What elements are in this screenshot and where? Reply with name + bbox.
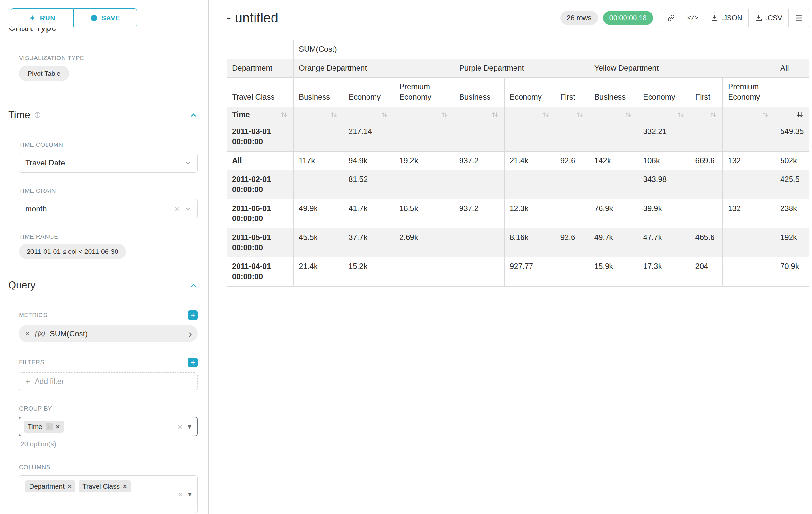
time-column-select[interactable]: Travel Date: [19, 153, 198, 172]
pivot-sort-cell: [293, 107, 343, 123]
columns-label: COLUMNS: [19, 464, 208, 471]
pivot-cell: 94.9k: [343, 151, 394, 170]
pivot-col-header: First: [690, 78, 723, 107]
run-button[interactable]: RUN: [10, 8, 74, 27]
pivot-sort-cell: [690, 107, 723, 123]
more-options-button[interactable]: [788, 9, 809, 27]
sort-icon[interactable]: [676, 110, 685, 119]
add-filter-button[interactable]: + Add filter: [19, 372, 198, 390]
pivot-data-row: 2011-03-01 00:00:00217.14332.21549.35: [227, 123, 809, 151]
sort-icon[interactable]: [329, 110, 338, 119]
sort-icon[interactable]: [280, 110, 288, 119]
sort-icon[interactable]: [542, 110, 550, 119]
time-range-pill[interactable]: 2011-01-01 ≤ col < 2011-06-30: [19, 244, 126, 259]
pivot-cell: [690, 199, 723, 228]
export-json-button[interactable]: .JSON: [704, 9, 749, 27]
selected-option-tag[interactable]: Department×: [25, 480, 76, 492]
remove-metric-icon[interactable]: ×: [25, 329, 30, 338]
group-by-select[interactable]: Timei× × ▾: [19, 417, 198, 436]
pivot-cell: [589, 170, 638, 199]
pivot-cell: 238k: [775, 199, 809, 228]
pivot-cell: 37.7k: [343, 228, 394, 257]
remove-tag-icon[interactable]: ×: [123, 483, 127, 490]
columns-select[interactable]: Department×Travel Class× × ▾: [19, 476, 198, 513]
pivot-col-header: Economy: [504, 78, 555, 107]
sort-icon[interactable]: [380, 110, 389, 119]
pivot-data-row: 2011-02-01 00:00:0081.52343.98425.5: [227, 170, 809, 199]
sort-icon[interactable]: [576, 110, 584, 119]
time-column-label: TIME COLUMN: [19, 141, 208, 148]
add-metric-button[interactable]: +: [188, 310, 198, 320]
pivot-cell: [723, 228, 775, 257]
pivot-table: SUM(Cost)DepartmentOrange DepartmentPurp…: [227, 40, 809, 287]
sort-icon[interactable]: [491, 110, 499, 119]
query-timer-badge: 00:00:00.18: [603, 11, 653, 25]
clear-icon[interactable]: ×: [175, 205, 179, 213]
pivot-department-header: Department: [227, 59, 294, 78]
pivot-cell: 106k: [638, 151, 690, 170]
clear-icon[interactable]: ×: [178, 490, 183, 498]
chart-type-section: Chart Type: [0, 28, 208, 36]
chevron-down-icon[interactable]: [184, 205, 192, 212]
save-button[interactable]: SAVE: [74, 8, 137, 27]
view-query-button[interactable]: </>: [681, 9, 704, 27]
export-csv-button[interactable]: .CSV: [749, 9, 789, 27]
metric-item[interactable]: × ƒ(x) SUM(Cost) ›: [19, 325, 198, 342]
metrics-label: METRICS: [19, 312, 47, 319]
pivot-cell: [723, 257, 775, 286]
pivot-corner-cell: [227, 40, 294, 59]
selected-option-tag[interactable]: Timei×: [24, 421, 63, 433]
caret-down-icon[interactable]: ▾: [188, 491, 192, 498]
viz-type-pill[interactable]: Pivot Table: [19, 66, 69, 81]
pivot-cell: 465.6: [690, 228, 723, 257]
pivot-cell: 132: [723, 151, 775, 170]
pivot-group-header: Yellow Department: [589, 59, 775, 78]
pivot-cell: 17.3k: [638, 257, 690, 286]
remove-tag-icon[interactable]: ×: [56, 423, 60, 431]
info-icon: [34, 111, 41, 118]
sort-icon[interactable]: [440, 110, 449, 119]
sort-icon[interactable]: [624, 110, 633, 119]
download-icon: [710, 14, 718, 22]
chevron-down-icon[interactable]: [184, 159, 192, 166]
pivot-cell: [555, 170, 589, 199]
pivot-total-subheader: [775, 78, 809, 107]
pivot-cell: [394, 170, 454, 199]
share-link-button[interactable]: [661, 9, 682, 27]
pivot-cell: [293, 170, 343, 199]
pivot-cell: 12.3k: [504, 199, 555, 228]
pivot-data-row: 2011-04-01 00:00:0021.4k15.2k927.7715.9k…: [227, 257, 809, 286]
pivot-cell: 21.4k: [293, 257, 343, 286]
download-icon: [755, 14, 762, 22]
pivot-cell: 19.2k: [394, 151, 454, 170]
time-grain-select[interactable]: month ×: [19, 199, 198, 218]
pivot-total-header: All: [775, 59, 809, 78]
pivot-row-label: All: [227, 151, 294, 170]
pivot-metric-row: SUM(Cost): [227, 40, 809, 59]
pivot-cell: [723, 170, 775, 199]
sort-descending-active-icon[interactable]: [795, 110, 804, 119]
pivot-cell: 425.5: [775, 170, 809, 199]
pivot-col-header: Premium Economy: [394, 78, 454, 107]
caret-down-icon[interactable]: ▾: [188, 423, 191, 430]
pivot-cell: [504, 170, 555, 199]
pivot-cell: 15.2k: [343, 257, 394, 286]
selected-option-tag[interactable]: Travel Class×: [79, 480, 130, 492]
chevron-right-icon[interactable]: ›: [188, 329, 192, 339]
remove-tag-icon[interactable]: ×: [68, 483, 71, 490]
collapse-chevron-icon[interactable]: [190, 111, 198, 119]
clear-icon[interactable]: ×: [178, 423, 183, 431]
pivot-cell: [589, 123, 638, 151]
pivot-cell: 21.4k: [504, 151, 555, 170]
pivot-cell: 2.69k: [394, 228, 454, 257]
pivot-table-container: SUM(Cost)DepartmentOrange DepartmentPurp…: [209, 27, 812, 287]
sort-icon[interactable]: [709, 110, 717, 119]
plus-icon: +: [190, 358, 195, 367]
pivot-row-label: 2011-03-01 00:00:00: [227, 123, 294, 151]
pivot-cell: 549.35: [775, 123, 809, 151]
add-filter-label: Add filter: [35, 377, 64, 386]
pivot-cell: [555, 257, 589, 286]
collapse-chevron-icon[interactable]: [190, 281, 198, 290]
sort-icon[interactable]: [761, 110, 770, 119]
add-filter-plus-button[interactable]: +: [188, 357, 198, 367]
